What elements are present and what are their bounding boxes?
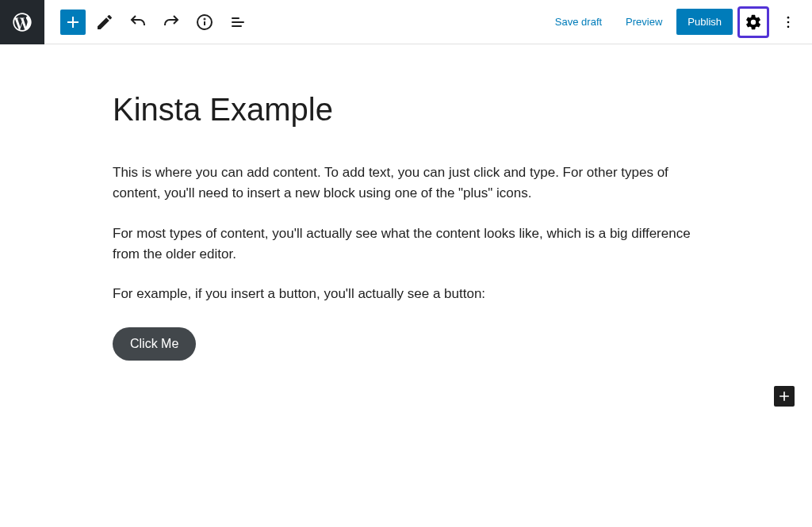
- add-block-button[interactable]: [60, 10, 86, 35]
- plus-icon: [63, 13, 82, 32]
- gear-icon: [745, 13, 762, 31]
- svg-point-8: [787, 25, 790, 28]
- toolbar-right: Save draft Preview Publish: [546, 6, 812, 38]
- plus-icon: [776, 388, 792, 404]
- more-vertical-icon: [780, 14, 796, 30]
- toolbar-left: [44, 8, 252, 36]
- redo-button[interactable]: [157, 8, 186, 36]
- info-icon: [195, 13, 214, 32]
- redo-icon: [162, 13, 181, 32]
- paragraph-block[interactable]: For most types of content, you'll actual…: [113, 223, 699, 265]
- undo-button[interactable]: [124, 8, 152, 36]
- publish-button[interactable]: Publish: [676, 9, 733, 35]
- settings-button[interactable]: [737, 6, 769, 38]
- wordpress-logo[interactable]: [0, 0, 44, 44]
- pencil-icon: [95, 13, 114, 32]
- details-button[interactable]: [190, 8, 219, 36]
- editor-content: Kinsta Example This is where you can add…: [97, 44, 715, 376]
- wordpress-icon: [11, 11, 33, 33]
- paragraph-block[interactable]: For example, if you insert a button, you…: [113, 284, 699, 304]
- button-block[interactable]: Click Me: [113, 327, 196, 361]
- undo-icon: [128, 13, 147, 32]
- editor-topbar: Save draft Preview Publish: [0, 0, 812, 44]
- more-options-button[interactable]: [774, 8, 802, 36]
- paragraph-block[interactable]: This is where you can add content. To ad…: [113, 162, 699, 204]
- outline-button[interactable]: [224, 8, 252, 36]
- add-block-inline-button[interactable]: [774, 386, 795, 407]
- svg-point-6: [787, 16, 790, 18]
- svg-point-2: [205, 18, 205, 19]
- save-draft-button[interactable]: Save draft: [546, 10, 611, 34]
- svg-point-7: [787, 21, 790, 23]
- preview-button[interactable]: Preview: [616, 10, 672, 34]
- post-body[interactable]: This is where you can add content. To ad…: [113, 162, 699, 361]
- edit-mode-button[interactable]: [90, 8, 119, 36]
- post-title[interactable]: Kinsta Example: [113, 92, 699, 128]
- list-icon: [228, 13, 247, 32]
